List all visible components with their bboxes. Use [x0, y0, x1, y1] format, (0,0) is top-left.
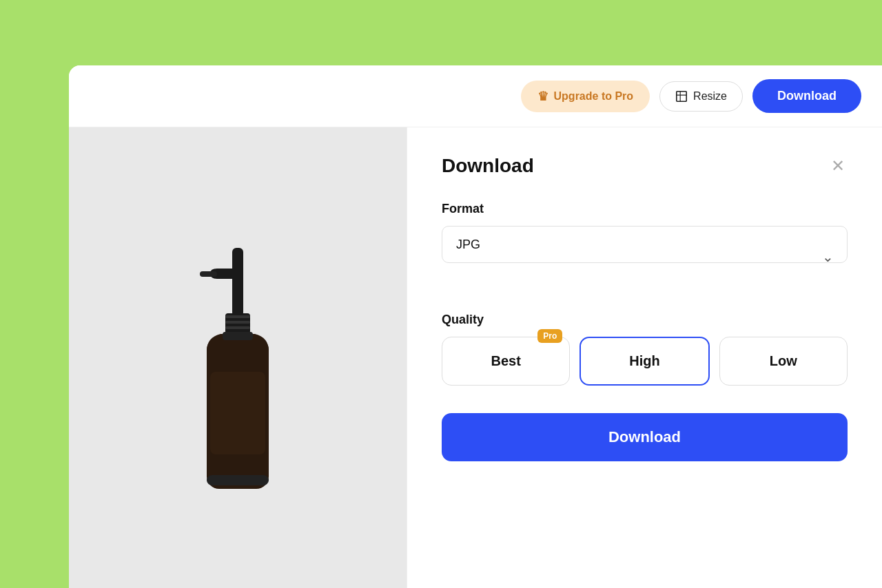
- bottle-illustration: [176, 213, 300, 503]
- toolbar: ♛ Upgrade to Pro Resize Download: [69, 65, 882, 127]
- quality-high-label: High: [629, 353, 659, 368]
- format-select[interactable]: JPG PNG WEBP PDF: [442, 226, 848, 263]
- svg-rect-4: [200, 271, 217, 277]
- quality-options: Pro Best High Low: [442, 337, 848, 386]
- svg-rect-6: [225, 321, 250, 324]
- svg-rect-0: [677, 91, 686, 101]
- svg-rect-7: [225, 326, 250, 329]
- format-label: Format: [442, 202, 848, 216]
- download-action-label: Download: [608, 428, 681, 445]
- panel-title: Download: [442, 155, 534, 177]
- quality-best-label: Best: [491, 353, 520, 368]
- quality-best-button[interactable]: Pro Best: [442, 337, 570, 386]
- quality-label: Quality: [442, 313, 848, 327]
- quality-high-button[interactable]: High: [580, 337, 709, 386]
- crown-icon: ♛: [537, 89, 548, 104]
- panel-header: Download ✕: [442, 155, 848, 177]
- format-wrapper: JPG PNG WEBP PDF ⌄: [442, 226, 848, 288]
- svg-rect-5: [225, 315, 250, 318]
- upgrade-to-pro-button[interactable]: ♛ Upgrade to Pro: [521, 81, 650, 112]
- upgrade-label: Upgrade to Pro: [554, 90, 634, 103]
- download-action-button[interactable]: Download: [442, 413, 848, 461]
- format-section: Format JPG PNG WEBP PDF ⌄: [442, 202, 848, 288]
- quality-low-label: Low: [770, 353, 797, 368]
- canvas-area: [69, 127, 407, 588]
- resize-icon: [675, 90, 688, 103]
- download-header-button[interactable]: Download: [752, 79, 861, 113]
- download-header-label: Download: [777, 89, 837, 103]
- resize-label: Resize: [693, 90, 727, 103]
- quality-low-button[interactable]: Low: [719, 337, 848, 386]
- close-icon: ✕: [831, 156, 845, 175]
- svg-rect-3: [232, 248, 243, 317]
- quality-section: Quality Pro Best High Low: [442, 313, 848, 386]
- close-button[interactable]: ✕: [828, 155, 848, 177]
- download-panel: Download ✕ Format JPG PNG WEBP PDF ⌄ Qua…: [407, 127, 882, 588]
- resize-button[interactable]: Resize: [659, 81, 743, 112]
- svg-rect-9: [207, 475, 269, 485]
- pro-badge: Pro: [537, 329, 562, 343]
- svg-rect-10: [210, 372, 265, 454]
- svg-rect-8: [223, 332, 253, 340]
